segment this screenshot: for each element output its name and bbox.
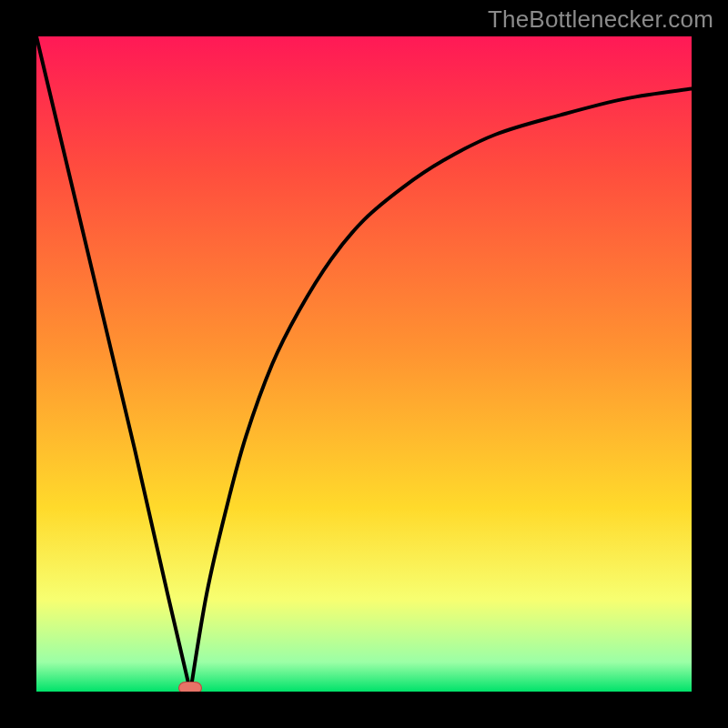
curve-right [190, 89, 692, 692]
curve-layer [36, 36, 692, 692]
plot-area [36, 36, 692, 692]
watermark-text: TheBottlenecker.com [488, 5, 713, 34]
min-marker [178, 682, 202, 692]
curve-left [36, 36, 190, 692]
chart-frame: TheBottlenecker.com [0, 0, 728, 728]
